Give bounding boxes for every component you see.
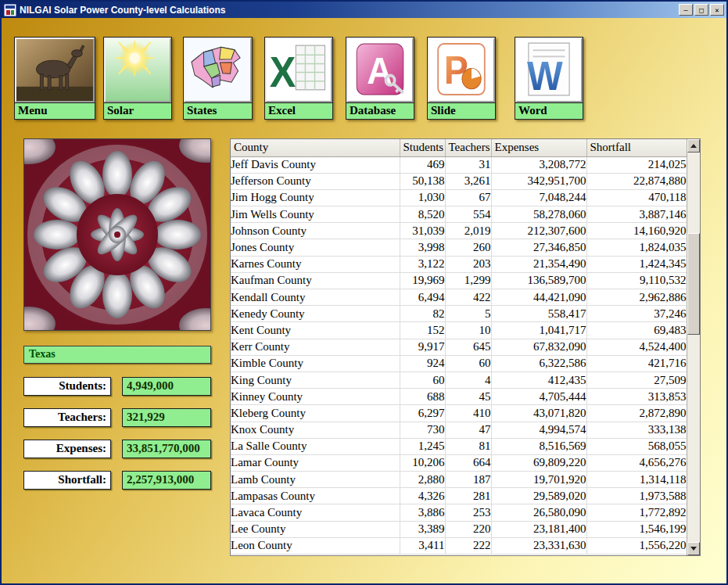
county-name-cell: Lee County [231,521,400,537]
title-bar: NILGAI Solar Power County-level Calculat… [2,2,726,18]
table-row[interactable]: Jones County3,99826027,346,8501,824,035 [231,239,687,256]
us-map-icon [184,38,252,102]
county-table-body: Jeff Davis County469313,208,772214,025Je… [231,156,687,554]
column-header-students[interactable]: Students [400,139,445,156]
county-value-cell: 558,417 [491,306,586,322]
table-row[interactable]: Karnes County3,12220321,354,4901,424,345 [231,256,687,272]
access-logo-icon: A [346,38,414,102]
county-value-cell: 4,705,444 [491,389,586,405]
county-name-cell: Jeff Davis County [231,156,400,173]
scrollbar-up-button[interactable] [687,139,700,153]
vertical-scrollbar[interactable] [687,139,700,555]
table-row[interactable]: Lamb County2,88018719,701,9201,314,118 [231,472,687,488]
table-row[interactable]: Jeff Davis County469313,208,772214,025 [231,156,687,173]
window-title: NILGAI Solar Power County-level Calculat… [20,5,679,16]
scrollbar-thumb[interactable] [687,233,700,335]
table-row[interactable]: Jim Wells County8,52055458,278,0603,887,… [231,206,687,223]
county-value-cell: 1,424,345 [586,256,687,272]
county-value-cell: 152 [400,322,445,339]
toolbar-button-word[interactable]: W Word [515,37,583,120]
county-value-cell: 3,122 [400,256,445,272]
table-row[interactable]: Jefferson County50,1383,261342,951,70022… [231,173,687,189]
county-value-cell: 568,055 [586,438,687,454]
county-name-cell: La Salle County [231,438,400,454]
county-value-cell: 203 [445,256,491,272]
county-value-cell: 6,297 [400,405,445,422]
column-header-county[interactable]: County [231,139,400,156]
county-value-cell: 470,118 [586,189,687,206]
county-value-cell: 2,962,886 [586,289,687,306]
county-value-cell: 4,326 [400,488,445,504]
county-value-cell: 2,019 [445,223,491,239]
county-name-cell: Jim Hogg County [231,189,400,206]
table-row[interactable]: Kent County152101,041,71769,483 [231,322,687,339]
arrow-up-icon [690,144,697,148]
county-value-cell: 136,589,700 [491,272,586,289]
table-row[interactable]: La Salle County1,245818,516,569568,055 [231,438,687,454]
county-value-cell: 410 [445,405,491,422]
county-value-cell: 81 [445,438,491,454]
table-row[interactable]: King County604412,43527,509 [231,371,687,388]
column-header-shortfall[interactable]: Shortfall [586,139,687,156]
table-row[interactable]: Johnson County31,0392,019212,307,60014,1… [231,223,687,239]
powerpoint-logo-icon: P [428,38,495,102]
table-row[interactable]: Kleberg County6,29741043,071,8202,872,89… [231,405,687,422]
table-row[interactable]: Leon County3,41122223,331,6301,556,220 [231,537,687,554]
county-value-cell: 26,580,090 [491,504,586,521]
table-row[interactable]: Lampasas County4,32628129,589,0201,973,5… [231,488,687,504]
close-button[interactable]: ✕ [710,4,724,16]
column-header-expenses[interactable]: Expenses [491,139,586,156]
toolbar-button-excel[interactable]: X Excel [264,37,333,120]
county-value-cell: 2,880 [400,472,445,488]
county-value-cell: 924 [400,355,445,371]
county-value-cell: 2,872,890 [586,405,687,422]
stat-value-shortfall: 2,257,913,000 [122,471,211,490]
toolbar-button-solar[interactable]: Solar [103,37,172,120]
county-value-cell: 1,772,892 [586,504,687,521]
county-name-cell: Knox County [231,422,400,438]
table-row[interactable]: Kinney County688454,705,444313,853 [231,389,687,405]
county-name-cell: Jones County [231,239,400,256]
table-row[interactable]: Lee County3,38922023,181,4001,546,199 [231,521,687,537]
county-value-cell: 422 [445,289,491,306]
county-value-cell: 31 [445,156,491,173]
table-row[interactable]: Kendall County6,49442244,421,0902,962,88… [231,289,687,306]
app-icon [4,4,16,16]
county-value-cell: 253 [445,504,491,521]
word-logo-icon: W [515,38,583,102]
county-value-cell: 58,278,060 [491,206,586,223]
table-row[interactable]: Lamar County10,20666469,809,2204,656,276 [231,454,687,471]
table-row[interactable]: Kenedy County825558,41737,246 [231,306,687,322]
excel-logo-icon: X [265,38,332,102]
toolbar-button-menu[interactable]: Menu [14,37,95,120]
table-row[interactable]: Kaufman County19,9691,299136,589,7009,11… [231,272,687,289]
toolbar-button-solar-label: Solar [104,102,171,119]
county-value-cell: 730 [400,422,445,438]
table-row[interactable]: Knox County730474,994,574333,138 [231,422,687,438]
county-value-cell: 1,973,588 [586,488,687,504]
column-header-teachers[interactable]: Teachers [445,139,491,156]
minimize-button[interactable]: — [679,4,693,16]
county-value-cell: 1,245 [400,438,445,454]
county-value-cell: 60 [445,355,491,371]
table-row[interactable]: Jim Hogg County1,030677,048,244470,118 [231,189,687,206]
svg-text:X: X [270,48,296,95]
county-value-cell: 31,039 [400,223,445,239]
scrollbar-down-button[interactable] [687,542,700,555]
county-value-cell: 4,524,400 [586,339,687,355]
table-row[interactable]: Lavaca County3,88625326,580,0901,772,892 [231,504,687,521]
toolbar-button-slide[interactable]: P Slide [427,37,496,120]
maximize-button[interactable]: □ [694,4,708,16]
county-value-cell: 45 [445,389,491,405]
county-name-cell: Lamb County [231,472,400,488]
county-value-cell: 214,025 [586,156,687,173]
county-value-cell: 222 [445,537,491,554]
table-row[interactable]: Kimble County924606,322,586421,716 [231,355,687,371]
county-value-cell: 260 [445,239,491,256]
table-row[interactable]: Kerr County9,91764567,832,0904,524,400 [231,339,687,355]
nilgai-photo-icon [15,38,95,102]
toolbar-button-states[interactable]: States [183,37,253,120]
county-value-cell: 3,887,146 [586,206,687,223]
county-value-cell: 60 [400,371,445,388]
toolbar-button-database[interactable]: A Database [346,37,414,120]
